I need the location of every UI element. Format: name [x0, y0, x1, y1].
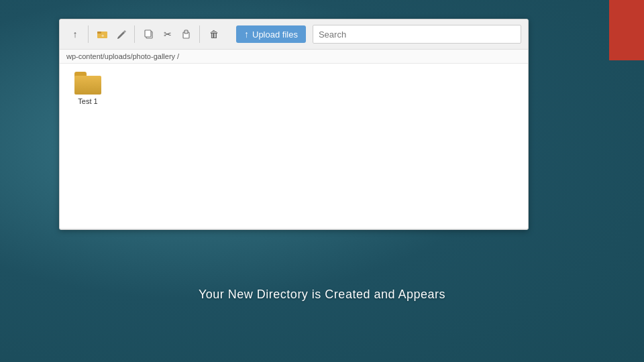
red-rectangle	[609, 0, 644, 60]
file-action-group-1: +	[94, 25, 135, 43]
delete-icon[interactable]: 🗑	[205, 25, 223, 43]
svg-rect-6	[184, 30, 188, 34]
folder-body	[74, 76, 101, 95]
paste-icon[interactable]	[178, 25, 195, 43]
new-folder-icon[interactable]: +	[94, 25, 111, 43]
clipboard-group: ✂	[140, 25, 200, 43]
edit-icon[interactable]	[113, 25, 130, 43]
search-input[interactable]	[313, 25, 521, 44]
folder-label: Test 1	[78, 97, 97, 105]
delete-group: 🗑	[205, 25, 227, 43]
caption-text: Your New Directory is Created and Appear…	[0, 288, 644, 302]
toolbar: ↑ +	[60, 19, 528, 50]
folder-icon	[74, 72, 101, 95]
svg-rect-4	[145, 30, 151, 37]
arrow-up-icon[interactable]: ↑	[66, 25, 84, 43]
nav-icon-group: ↑	[66, 25, 89, 43]
svg-text:+: +	[101, 33, 105, 39]
upload-files-button[interactable]: ↑ Upload files	[236, 25, 306, 43]
file-manager-panel: ↑ +	[59, 19, 529, 230]
upload-arrow-icon: ↑	[244, 29, 249, 40]
upload-button-label: Upload files	[252, 29, 298, 40]
copy-icon[interactable]	[140, 25, 158, 43]
folder-item[interactable]: Test 1	[68, 72, 108, 220]
breadcrumb: wp-content/uploads/photo-gallery /	[60, 50, 528, 64]
cut-icon[interactable]: ✂	[159, 25, 176, 43]
file-area: Test 1	[60, 64, 528, 228]
